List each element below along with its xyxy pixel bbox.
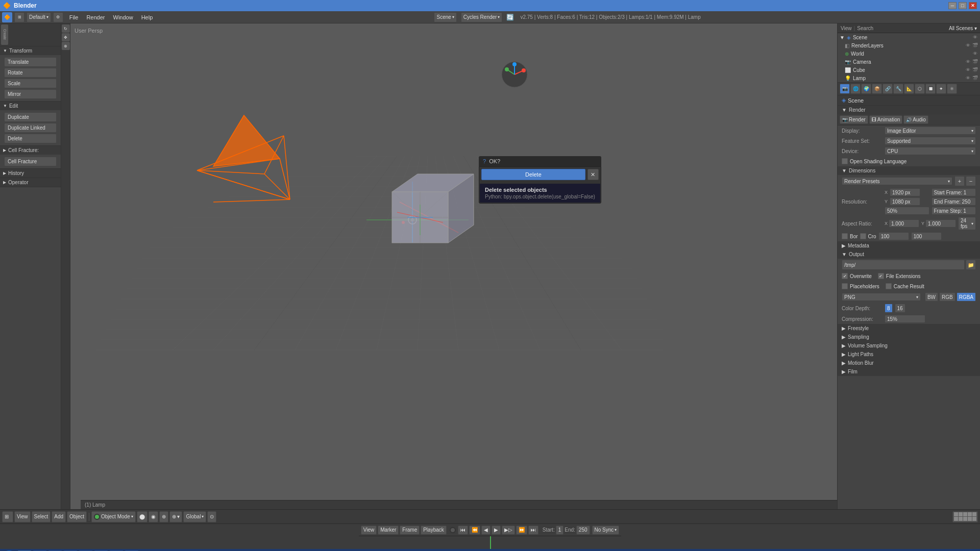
object-button[interactable]: Object (67, 511, 87, 522)
add-preset-button[interactable]: + (954, 176, 965, 186)
render-section-header[interactable]: ▼ Render (838, 106, 980, 114)
tool-pan[interactable]: ✥ (62, 33, 70, 41)
minimize-button[interactable]: ─ (948, 2, 957, 9)
select-button[interactable]: Select (32, 511, 51, 522)
render-icon-btn[interactable]: 📷 (840, 84, 850, 94)
placeholders-checkbox[interactable] (842, 283, 848, 289)
viewport-display-options[interactable]: ⊕ (159, 511, 168, 522)
rgba-button[interactable]: RGBA (957, 292, 976, 302)
transform-header[interactable]: ▼ Transform (0, 46, 61, 55)
depth-8-button[interactable]: 8 (885, 304, 893, 313)
texture-icon-btn[interactable]: 🔲 (925, 84, 936, 94)
constraint-icon-btn[interactable]: 🔗 (883, 84, 893, 94)
render-presets-dropdown[interactable]: Render Presets ▾ (842, 177, 952, 185)
aspect-x-value[interactable]: 1.000 (889, 219, 919, 228)
output-path-browse-button[interactable]: 📁 (966, 260, 976, 270)
start-frame-value[interactable]: 1 (556, 525, 564, 535)
camera-visibility-icon[interactable]: 👁 (965, 59, 971, 65)
prev-keyframe-button[interactable]: ⏪ (469, 525, 480, 535)
compression-value[interactable]: 15% (885, 315, 925, 323)
res-pct-value[interactable]: 50% (885, 207, 929, 215)
render-tab[interactable]: 📷 Render (840, 115, 868, 124)
metadata-header[interactable]: ▶ Metadata (838, 241, 980, 250)
play-button[interactable]: ▶ (492, 525, 501, 535)
cell-fracture-header[interactable]: ▶ Cell Fracture: (0, 146, 61, 155)
transform-orientation-dropdown[interactable]: Global ▾ (183, 511, 206, 522)
framerate-dropdown[interactable]: 24 fps ▾ (958, 217, 976, 230)
audio-tab[interactable]: 🔊 Audio (903, 115, 928, 124)
motion-blur-header[interactable]: ▶ Motion Blur (838, 359, 980, 367)
add-button[interactable]: Add (52, 511, 66, 522)
rotate-button[interactable]: Rotate (4, 68, 57, 78)
viewport-shading-solid[interactable]: ⬤ (137, 511, 148, 522)
object-mode-dropdown[interactable]: Object Mode ▾ (91, 511, 136, 522)
view-mode-icon[interactable]: ⊞ (2, 511, 13, 522)
maximize-button[interactable]: □ (959, 2, 967, 9)
depth-16-button[interactable]: 16 (895, 304, 905, 313)
delete-button[interactable]: Delete (4, 134, 57, 143)
sync-dropdown[interactable]: No Sync ▾ (592, 525, 620, 535)
timeline-marker-btn[interactable]: Marker (378, 525, 399, 535)
particle-icon-btn[interactable]: ✦ (936, 84, 946, 94)
material-icon-btn[interactable]: ⬡ (915, 84, 925, 94)
physics-icon-btn[interactable]: ⚛ (947, 84, 957, 94)
tree-scenes-dropdown[interactable]: All Scenes ▾ (949, 26, 977, 31)
duplicate-button[interactable]: Duplicate (4, 112, 57, 122)
modifier-icon-btn[interactable]: 🔧 (893, 84, 903, 94)
renderlayer-visibility-icon[interactable]: 👁 (965, 42, 971, 48)
blender-icon-btn[interactable]: 🔶 (2, 12, 12, 22)
translate-button[interactable]: Translate (4, 57, 57, 67)
format-dropdown[interactable]: PNG ▾ (842, 293, 921, 301)
scene-visibility-icon[interactable]: 👁 (972, 34, 978, 40)
remove-preset-button[interactable]: − (966, 176, 976, 186)
popup-close-button[interactable]: ✕ (587, 169, 599, 180)
jump-start-button[interactable]: ⏮ (458, 525, 468, 535)
rgb-button[interactable]: RGB (939, 292, 955, 302)
default-dropdown[interactable]: Default ▾ (27, 12, 51, 22)
tree-item-lamp[interactable]: 💡 Lamp 👁 🎬 (838, 74, 980, 82)
tree-item-world[interactable]: ⊕ World 👁 (838, 49, 980, 58)
display-dropdown[interactable]: Image Editor ▾ (885, 127, 976, 135)
lamp-visibility-icon[interactable]: 👁 (965, 75, 971, 81)
timeline-playback-btn[interactable]: Playback (421, 525, 447, 535)
frame-step-value[interactable]: Frame Step: 1 (932, 207, 976, 215)
view-button[interactable]: View (14, 511, 31, 522)
border-y-value[interactable]: 100 (911, 232, 942, 240)
freestyle-header[interactable]: ▶ Freestyle (838, 324, 980, 333)
cube-visibility-icon[interactable]: 👁 (965, 67, 971, 73)
tool-rotate-view[interactable]: ↻ (62, 24, 70, 33)
animation-tab[interactable]: 🎞 Animation (869, 115, 902, 124)
timeline-view-btn[interactable]: View (361, 525, 377, 535)
file-extensions-checkbox[interactable] (878, 273, 884, 279)
menu-help[interactable]: Help (137, 11, 157, 23)
res-y-value[interactable]: 1080 px (890, 197, 920, 206)
res-x-value[interactable]: 1920 px (890, 188, 920, 196)
frame-end-value[interactable]: End Frame: 250 (932, 197, 976, 206)
light-paths-header[interactable]: ▶ Light Paths (838, 350, 980, 359)
engine-dropdown[interactable]: Cycles Render ▾ (461, 12, 503, 22)
tree-item-renderlayers[interactable]: ◧ RenderLayers 👁 🎬 (838, 41, 980, 49)
operator-header[interactable]: ▶ Operator (0, 178, 61, 187)
lamp-render-icon[interactable]: 🎬 (972, 75, 978, 81)
gear-icon-btn[interactable]: ⚙ (53, 12, 63, 22)
osl-checkbox[interactable] (842, 158, 848, 164)
prev-frame-button[interactable]: ◀ (481, 525, 491, 535)
timeline-frame-btn[interactable]: Frame (400, 525, 420, 535)
duplicate-linked-button[interactable]: Duplicate Linked (4, 123, 57, 133)
film-header[interactable]: ▶ Film (838, 367, 980, 376)
viewport-layers-grid[interactable] (952, 511, 978, 522)
scene-area[interactable]: User Persp (70, 23, 837, 509)
next-keyframe-button[interactable]: ⏩ (516, 525, 527, 535)
dimensions-header[interactable]: ▼ Dimensions (838, 166, 980, 175)
world-visibility-icon[interactable]: 👁 (972, 51, 978, 57)
scene-icon-btn[interactable]: 🌐 (850, 84, 861, 94)
volume-sampling-header[interactable]: ▶ Volume Sampling (838, 341, 980, 350)
renderlayer-render-icon[interactable]: 🎬 (972, 42, 978, 48)
cube-render-icon[interactable]: 🎬 (972, 67, 978, 73)
output-path-field[interactable]: /tmp/ (842, 260, 965, 270)
output-header[interactable]: ▼ Output (838, 250, 980, 259)
bw-button[interactable]: BW (925, 292, 938, 302)
history-header[interactable]: ▶ History (0, 169, 61, 178)
tree-item-cube[interactable]: ⬜ Cube 👁 🎬 (838, 66, 980, 74)
tree-search-btn[interactable]: Search (857, 26, 873, 31)
